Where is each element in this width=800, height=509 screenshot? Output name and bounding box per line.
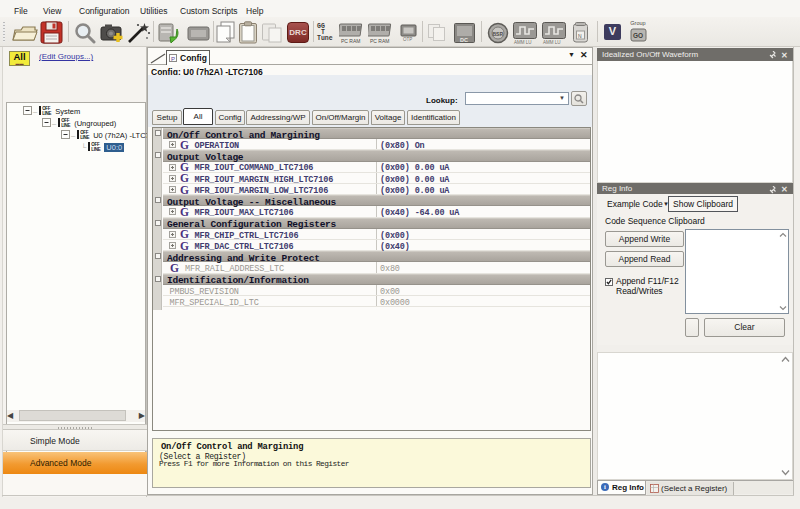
svg-text:DC: DC bbox=[460, 37, 468, 43]
svg-text:AMM LU: AMM LU bbox=[514, 40, 532, 45]
svg-text:GO: GO bbox=[633, 32, 643, 39]
svg-text:OTP: OTP bbox=[403, 37, 412, 42]
svg-text:AMM LU: AMM LU bbox=[543, 40, 561, 45]
svg-text:N: N bbox=[578, 33, 582, 39]
svg-text:BSR: BSR bbox=[493, 31, 504, 37]
svg-text:PC RAM: PC RAM bbox=[370, 38, 389, 44]
svg-text:PC RAM: PC RAM bbox=[341, 38, 360, 44]
